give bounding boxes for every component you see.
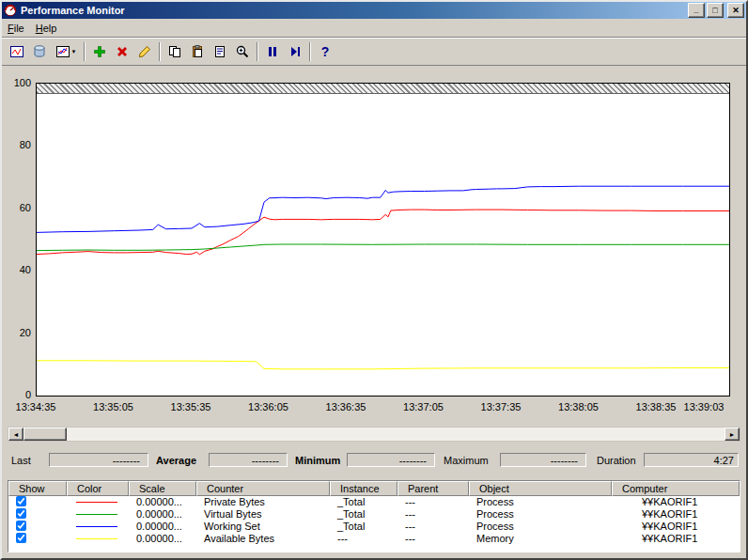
minimum-label: Minimum — [295, 455, 340, 466]
legend-cell-show — [8, 521, 67, 534]
toolbar-separator — [309, 42, 311, 61]
legend-cell-scale: 0.00000... — [129, 533, 196, 545]
legend-header-parent[interactable]: Parent — [397, 481, 469, 496]
counter-visible-checkbox[interactable] — [16, 533, 26, 543]
pause-icon — [265, 44, 280, 59]
copy-icon — [167, 44, 182, 59]
y-tick-label: 0 — [2, 389, 31, 400]
legend-cell-show — [8, 508, 67, 521]
freeze-display-button[interactable] — [261, 41, 284, 62]
duration-label: Duration — [597, 455, 636, 466]
y-tick-label: 20 — [2, 327, 31, 338]
legend-cell-counter: Private Bytes — [196, 496, 330, 508]
legend-row[interactable]: 0.00000...Available Bytes------Memory¥¥K… — [8, 533, 740, 545]
counter-visible-checkbox[interactable] — [16, 521, 26, 531]
x-tick-label: 13:34:35 — [8, 401, 64, 412]
legend-cell-counter: Virtual Bytes — [196, 508, 330, 521]
legend-table: ShowColorScaleCounterInstanceParentObjec… — [8, 480, 740, 552]
y-axis: 020406080100 — [2, 83, 34, 397]
legend-cell-color — [67, 502, 129, 503]
help-button[interactable]: ? — [314, 41, 336, 62]
update-data-button[interactable] — [284, 41, 306, 62]
legend-cell-counter: Available Bytes — [196, 533, 330, 545]
legend-header-computer[interactable]: Computer — [612, 481, 740, 496]
performance-monitor-window: Performance Monitor _ □ ✕ File Help — [0, 0, 748, 560]
copy-properties-button[interactable] — [164, 41, 186, 62]
legend-cell-scale: 0.00000... — [129, 496, 196, 508]
properties-icon — [212, 44, 227, 59]
legend-cell-instance: _Total — [330, 508, 397, 521]
minimum-value-box: -------- — [347, 453, 435, 467]
chart-canvas — [37, 84, 729, 396]
scroll-left-button[interactable]: ◄ — [8, 428, 23, 441]
legend-cell-instance: _Total — [330, 496, 397, 508]
menu-file[interactable]: File — [2, 21, 30, 36]
view-current-activity-icon — [9, 44, 24, 59]
x-tick-label: 13:36:35 — [318, 401, 374, 412]
menu-help[interactable]: Help — [30, 21, 63, 36]
legend-cell-scale: 0.00000... — [129, 521, 196, 533]
legend-cell-instance: _Total — [330, 521, 397, 533]
add-icon — [92, 44, 107, 59]
counter-color-sample — [76, 502, 117, 503]
legend-row[interactable]: 0.00000...Virtual Bytes_Total---Process¥… — [8, 508, 740, 521]
y-tick-label: 100 — [2, 77, 31, 88]
magnifier-icon — [235, 44, 250, 59]
zoom-button[interactable] — [231, 41, 254, 62]
scroll-right-button[interactable]: ► — [725, 428, 740, 441]
legend-cell-color — [67, 526, 129, 527]
legend-row[interactable]: 0.00000...Working Set_Total---Process¥¥K… — [8, 521, 740, 533]
legend-cell-show — [8, 533, 67, 546]
counter-visible-checkbox[interactable] — [16, 496, 26, 506]
chart-type-dropdown[interactable]: ▼ — [51, 41, 81, 62]
y-tick-label: 80 — [2, 139, 31, 150]
legend-row[interactable]: 0.00000...Private Bytes_Total---Process¥… — [8, 496, 740, 508]
counter-color-sample — [76, 526, 117, 527]
view-log-data-button[interactable] — [28, 41, 51, 62]
highlight-button[interactable] — [133, 41, 156, 62]
series-virtual-bytes — [37, 244, 729, 251]
y-tick-label: 40 — [2, 264, 31, 275]
x-tick-label: 13:38:05 — [551, 401, 607, 412]
maximum-label: Maximum — [444, 455, 489, 466]
add-counter-button[interactable] — [88, 41, 111, 62]
toolbar-separator — [159, 42, 161, 61]
y-tick-label: 60 — [2, 202, 31, 213]
menu-bar: File Help — [2, 19, 746, 38]
legend-cell-object: Memory — [469, 533, 612, 545]
series-private-bytes — [37, 210, 729, 255]
toolbar: ▼ — [2, 38, 746, 66]
maximize-button[interactable]: □ — [707, 3, 724, 18]
legend-header-scale[interactable]: Scale — [129, 481, 196, 496]
counter-visible-checkbox[interactable] — [16, 508, 26, 519]
legend-cell-instance: --- — [330, 533, 397, 545]
scrollbar-thumb[interactable] — [23, 428, 67, 441]
counter-color-sample — [76, 538, 117, 539]
legend-body: 0.00000...Private Bytes_Total---Process¥… — [8, 496, 740, 545]
x-tick-label: 13:35:05 — [86, 401, 142, 412]
chevron-down-icon: ▼ — [71, 49, 77, 54]
average-value-box: -------- — [209, 453, 288, 467]
legend-cell-computer: ¥¥KAORIF1 — [612, 533, 740, 545]
legend-cell-color — [67, 538, 129, 539]
legend-header-instance[interactable]: Instance — [330, 481, 397, 496]
series-working-set — [37, 186, 729, 232]
minimize-button[interactable]: _ — [688, 3, 705, 18]
legend-header-show[interactable]: Show — [8, 481, 67, 496]
legend-cell-object: Process — [469, 496, 612, 508]
properties-button[interactable] — [209, 41, 231, 62]
time-scrollbar[interactable]: ◄ ► — [8, 427, 740, 442]
toolbar-separator — [84, 42, 86, 61]
view-log-data-icon — [32, 44, 47, 59]
legend-header-object[interactable]: Object — [469, 481, 612, 496]
legend-header-color[interactable]: Color — [67, 481, 129, 496]
close-button[interactable]: ✕ — [727, 3, 744, 18]
step-forward-icon — [288, 44, 303, 59]
legend-header-counter[interactable]: Counter — [196, 481, 330, 496]
delete-counter-button[interactable] — [111, 41, 133, 62]
legend-header-row: ShowColorScaleCounterInstanceParentObjec… — [8, 481, 740, 496]
series-available-bytes — [37, 361, 729, 369]
legend-cell-show — [8, 496, 67, 509]
view-current-activity-button[interactable] — [6, 41, 28, 62]
paste-counter-list-button[interactable] — [186, 41, 209, 62]
